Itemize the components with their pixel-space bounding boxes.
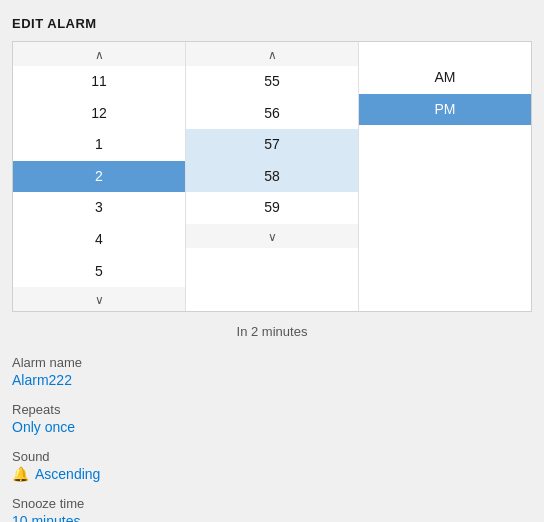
time-summary: In 2 minutes	[12, 324, 532, 339]
alarm-name-label: Alarm name	[12, 355, 532, 370]
ampm-empty-bottom	[359, 125, 531, 145]
hours-column: 11 12 1 2 3 4 5	[13, 42, 186, 311]
sound-value[interactable]: Ascending	[35, 466, 100, 482]
hour-11[interactable]: 11	[13, 66, 185, 98]
am-cell[interactable]: AM	[359, 62, 531, 94]
minute-57-selected[interactable]: 57	[186, 129, 358, 161]
hour-4[interactable]: 4	[13, 224, 185, 256]
minute-59[interactable]: 59	[186, 192, 358, 224]
bell-icon: 🔔	[12, 466, 29, 482]
hour-1[interactable]: 1	[13, 129, 185, 161]
repeats-label: Repeats	[12, 402, 532, 417]
hour-5[interactable]: 5	[13, 256, 185, 288]
minutes-up-arrow[interactable]	[186, 42, 358, 66]
hours-down-arrow[interactable]	[13, 287, 185, 311]
minute-58[interactable]: 58	[186, 161, 358, 193]
page-title: EDIT ALARM	[12, 16, 532, 31]
minutes-down-arrow[interactable]	[186, 224, 358, 248]
sound-row: 🔔 Ascending	[12, 466, 532, 482]
snooze-label: Snooze time	[12, 496, 532, 511]
up-icon	[268, 46, 277, 62]
sound-section: Sound 🔔 Ascending	[12, 449, 532, 482]
page-container: EDIT ALARM 11 12 1 2 3 4 5 55 56 57	[0, 0, 544, 522]
sound-label: Sound	[12, 449, 532, 464]
alarm-name-value[interactable]: Alarm222	[12, 372, 532, 388]
minute-56[interactable]: 56	[186, 98, 358, 130]
snooze-section: Snooze time 10 minutes	[12, 496, 532, 522]
minutes-column: 55 56 57 58 59	[186, 42, 359, 311]
alarm-name-section: Alarm name Alarm222	[12, 355, 532, 388]
ampm-column: AM PM	[359, 42, 531, 311]
repeats-value[interactable]: Only once	[12, 419, 532, 435]
down-icon	[95, 291, 104, 307]
hour-2-selected[interactable]: 2	[13, 161, 185, 193]
down-icon	[268, 228, 277, 244]
snooze-value[interactable]: 10 minutes	[12, 513, 532, 522]
repeats-section: Repeats Only once	[12, 402, 532, 435]
pm-cell-selected[interactable]: PM	[359, 94, 531, 126]
time-picker: 11 12 1 2 3 4 5 55 56 57 58 59	[12, 41, 532, 312]
ampm-empty-top	[359, 42, 531, 62]
hours-up-arrow[interactable]	[13, 42, 185, 66]
up-icon	[95, 46, 104, 62]
hour-3[interactable]: 3	[13, 192, 185, 224]
hour-12[interactable]: 12	[13, 98, 185, 130]
minute-55[interactable]: 55	[186, 66, 358, 98]
